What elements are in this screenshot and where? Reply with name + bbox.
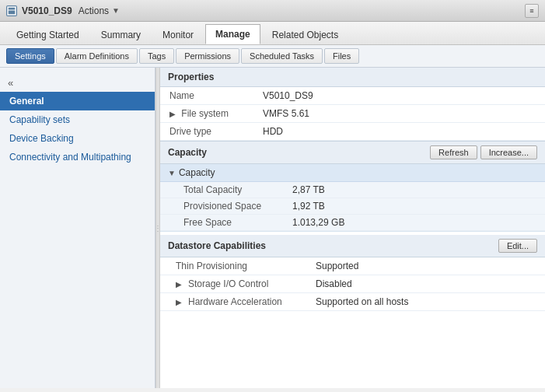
prop-drivetype-label: Drive type bbox=[160, 123, 253, 141]
capacity-subsection-header: ▼ Capacity bbox=[160, 164, 545, 182]
prop-name-value: V5010_DS9 bbox=[253, 87, 545, 105]
capacity-row-free: Free Space 1.013,29 GB bbox=[160, 215, 545, 231]
tab-manage[interactable]: Manage bbox=[205, 24, 260, 44]
provisioned-space-value: 1,92 TB bbox=[292, 201, 325, 212]
storage-io-expand-icon[interactable]: ▶ bbox=[176, 280, 182, 289]
secondary-tabs-bar: Settings Alarm Definitions Tags Permissi… bbox=[0, 45, 545, 68]
ds-cap-row-hw-accel: ▶ Hardware Acceleration Supported on all… bbox=[160, 293, 545, 311]
tab-related-objects[interactable]: Related Objects bbox=[262, 24, 348, 44]
ds-cap-row-storage-io: ▶ Storage I/O Control Disabled bbox=[160, 275, 545, 293]
actions-menu[interactable]: Actions ▼ bbox=[79, 5, 120, 16]
prop-name-label: Name bbox=[160, 87, 253, 105]
total-capacity-label: Total Capacity bbox=[183, 184, 292, 195]
sec-tab-files[interactable]: Files bbox=[324, 48, 359, 64]
thin-provisioning-value: Supported bbox=[316, 261, 358, 271]
datastore-capabilities-title: Datastore Capabilities bbox=[168, 240, 266, 251]
main-layout: « General Capability sets Device Backing… bbox=[0, 68, 545, 388]
sidebar-item-device-backing[interactable]: Device Backing bbox=[0, 129, 155, 148]
actions-label: Actions bbox=[79, 5, 109, 16]
refresh-button[interactable]: Refresh bbox=[430, 145, 477, 159]
thin-provisioning-label: Thin Provisioning bbox=[176, 261, 316, 271]
nav-tabs-bar: Getting Started Summary Monitor Manage R… bbox=[0, 22, 545, 45]
properties-section-header: Properties bbox=[160, 68, 545, 87]
total-capacity-value: 2,87 TB bbox=[292, 184, 325, 195]
tab-summary[interactable]: Summary bbox=[91, 24, 151, 44]
hw-accel-value: Supported on all hosts bbox=[316, 296, 408, 307]
ds-cap-row-thin: Thin Provisioning Supported bbox=[160, 257, 545, 275]
capacity-row-total: Total Capacity 2,87 TB bbox=[160, 182, 545, 198]
table-row: Drive type HDD bbox=[160, 123, 545, 141]
table-row: Name V5010_DS9 bbox=[160, 87, 545, 105]
sidebar-item-capability-sets[interactable]: Capability sets bbox=[0, 110, 155, 129]
sec-tab-permissions[interactable]: Permissions bbox=[176, 48, 239, 64]
app-icon bbox=[6, 5, 17, 16]
storage-io-value: Disabled bbox=[316, 278, 352, 289]
sidebar-item-connectivity[interactable]: Connectivity and Multipathing bbox=[0, 148, 155, 166]
capacity-section-header: Capacity Refresh Increase... bbox=[160, 141, 545, 164]
capacity-title: Capacity bbox=[168, 147, 207, 158]
hw-accel-expand-icon[interactable]: ▶ bbox=[176, 298, 182, 306]
sidebar-item-general[interactable]: General bbox=[0, 92, 155, 110]
datastore-capabilities-header: Datastore Capabilities Edit... bbox=[160, 235, 545, 257]
free-space-value: 1.013,29 GB bbox=[292, 217, 344, 228]
capacity-subsection: ▼ Capacity Total Capacity 2,87 TB Provis… bbox=[160, 164, 545, 232]
datastore-capabilities-section: Thin Provisioning Supported ▶ Storage I/… bbox=[160, 257, 545, 311]
properties-title: Properties bbox=[168, 72, 214, 82]
prop-filesystem-label: ▶ File system bbox=[160, 105, 253, 123]
collapse-icon[interactable]: ▼ bbox=[168, 169, 176, 177]
sec-tab-alarm-definitions[interactable]: Alarm Definitions bbox=[56, 48, 138, 64]
sec-tab-tags[interactable]: Tags bbox=[139, 48, 174, 64]
capacity-row-provisioned: Provisioned Space 1,92 TB bbox=[160, 198, 545, 215]
actions-arrow: ▼ bbox=[112, 6, 120, 15]
hw-accel-label: ▶ Hardware Acceleration bbox=[176, 296, 316, 307]
sidebar: « General Capability sets Device Backing… bbox=[0, 68, 155, 388]
free-space-label: Free Space bbox=[183, 217, 292, 228]
prop-drivetype-value: HDD bbox=[253, 123, 545, 141]
storage-io-label: ▶ Storage I/O Control bbox=[176, 278, 316, 289]
tab-monitor[interactable]: Monitor bbox=[152, 24, 204, 44]
title-bar: V5010_DS9 Actions ▼ ≡ bbox=[0, 0, 545, 22]
increase-button[interactable]: Increase... bbox=[480, 145, 537, 159]
sidebar-back-button[interactable]: « bbox=[0, 74, 155, 92]
capacity-subsection-label: Capacity bbox=[179, 167, 215, 178]
expand-icon[interactable]: ▶ bbox=[169, 110, 176, 118]
content-area: Properties Name V5010_DS9 ▶ File system … bbox=[160, 68, 545, 388]
tab-getting-started[interactable]: Getting Started bbox=[6, 24, 89, 44]
title-bar-controls: ≡ bbox=[525, 4, 539, 18]
edit-button[interactable]: Edit... bbox=[498, 239, 537, 253]
table-row: ▶ File system VMFS 5.61 bbox=[160, 105, 545, 123]
svg-rect-0 bbox=[8, 7, 16, 15]
prop-filesystem-value: VMFS 5.61 bbox=[253, 105, 545, 123]
sec-tab-settings[interactable]: Settings bbox=[6, 48, 54, 64]
sec-tab-scheduled-tasks[interactable]: Scheduled Tasks bbox=[241, 48, 323, 64]
provisioned-space-label: Provisioned Space bbox=[183, 201, 292, 212]
capacity-buttons: Refresh Increase... bbox=[430, 145, 537, 159]
window-title: V5010_DS9 bbox=[22, 5, 72, 16]
properties-table: Name V5010_DS9 ▶ File system VMFS 5.61 D… bbox=[160, 87, 545, 141]
menu-icon-button[interactable]: ≡ bbox=[525, 4, 539, 18]
